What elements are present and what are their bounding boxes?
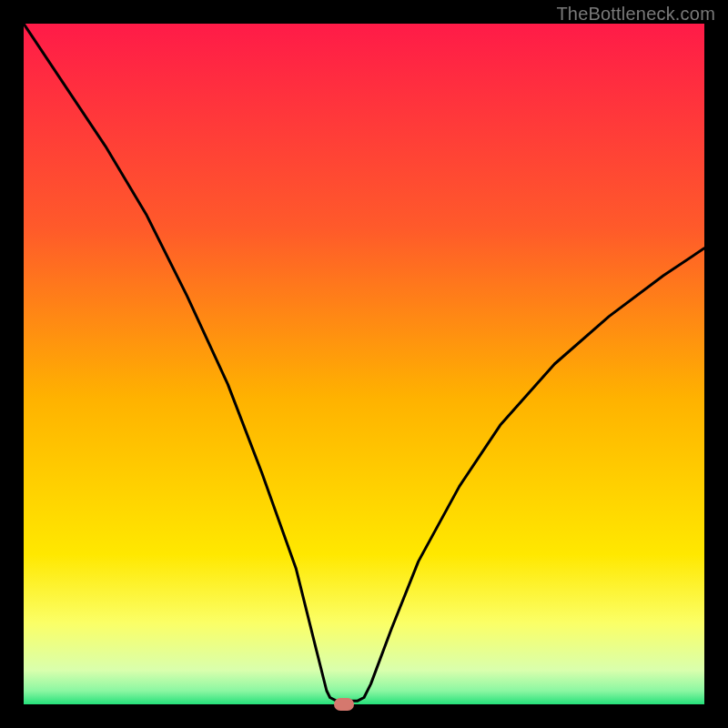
chart-frame: TheBottleneck.com <box>0 0 728 728</box>
watermark-text: TheBottleneck.com <box>556 4 715 25</box>
plot-area <box>24 24 704 704</box>
plot-svg <box>24 24 704 704</box>
gradient-rect <box>24 24 704 704</box>
optimum-marker <box>334 698 354 711</box>
